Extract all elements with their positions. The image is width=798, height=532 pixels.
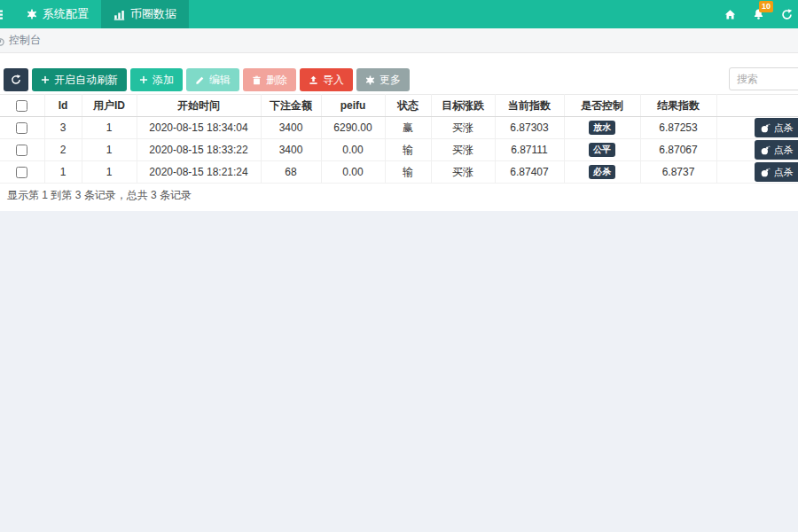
nav-item-coin-data[interactable]: 币圈数据	[101, 0, 189, 28]
delete-button[interactable]: 删除	[243, 68, 296, 91]
nav-item-system-config[interactable]: 系统配置	[14, 0, 101, 28]
bomb-icon	[761, 168, 771, 177]
import-label: 导入	[323, 73, 344, 88]
cell-user-id: 1	[82, 117, 137, 139]
gear-icon	[27, 9, 37, 20]
cell-peifu: 0.00	[321, 161, 385, 184]
content-panel: 开启自动刷新 添加 编辑 删除 导入	[0, 53, 798, 211]
col-status: 状态	[385, 95, 431, 117]
dashboard-fragment-icon	[0, 38, 4, 46]
breadcrumb: 控制台	[0, 28, 798, 53]
col-peifu: peifu	[321, 95, 385, 117]
control-badge: 公平	[589, 143, 615, 157]
navbar-right-icons: 10	[724, 0, 793, 28]
refresh-button[interactable]	[4, 68, 28, 91]
cell-result-index: 6.87067	[640, 139, 716, 161]
cell-start-time: 2020-08-15 18:34:04	[137, 117, 261, 139]
kill-label: 点杀	[774, 166, 794, 179]
cell-id: 1	[44, 161, 82, 184]
row-checkbox[interactable]	[16, 122, 27, 134]
cell-id: 2	[44, 139, 82, 161]
select-all-checkbox[interactable]	[16, 100, 27, 112]
col-user-id: 用户ID	[82, 95, 137, 117]
refresh-icon[interactable]	[781, 9, 793, 20]
row-checkbox[interactable]	[16, 167, 27, 178]
cell-current-index: 6.87303	[495, 117, 564, 139]
auto-refresh-button[interactable]: 开启自动刷新	[32, 68, 127, 91]
cell-target: 买涨	[431, 161, 495, 184]
col-current-index: 当前指数	[495, 95, 564, 117]
gear-icon	[365, 75, 375, 85]
kill-label: 点杀	[774, 144, 794, 157]
table-row[interactable]: 2 1 2020-08-15 18:33:22 3400 0.00 输 买涨 6…	[0, 139, 798, 161]
kill-button[interactable]: 点杀	[755, 162, 798, 182]
delete-label: 删除	[266, 73, 287, 88]
cell-user-id: 1	[82, 161, 137, 184]
cell-start-time: 2020-08-15 18:21:24	[137, 161, 261, 184]
top-navbar: 系统配置 币圈数据 10	[0, 0, 798, 28]
col-target: 目标涨跌	[431, 95, 495, 117]
bell-icon[interactable]: 10	[753, 8, 764, 20]
home-icon[interactable]	[724, 9, 736, 20]
pencil-icon	[195, 75, 205, 85]
add-label: 添加	[153, 73, 174, 88]
cell-user-id: 1	[82, 139, 137, 161]
table-row[interactable]: 3 1 2020-08-15 18:34:04 3400 6290.00 赢 买…	[0, 117, 798, 139]
row-checkbox[interactable]	[16, 145, 27, 156]
kill-label: 点杀	[774, 121, 794, 135]
kill-button[interactable]: 点杀	[755, 140, 798, 160]
cell-start-time: 2020-08-15 18:33:22	[137, 139, 261, 161]
cell-result-index: 6.87253	[640, 117, 716, 139]
cell-id: 3	[44, 117, 82, 139]
kill-button[interactable]: 点杀	[755, 118, 798, 137]
auto-refresh-label: 开启自动刷新	[54, 73, 118, 88]
records-summary: 显示第 1 到第 3 条记录，总共 3 条记录	[7, 188, 192, 203]
cell-result-index: 6.8737	[640, 161, 716, 184]
header-select-all	[0, 95, 44, 117]
import-button[interactable]: 导入	[300, 68, 353, 91]
more-label: 更多	[379, 73, 401, 88]
plus-icon	[41, 75, 50, 84]
control-badge: 放水	[589, 121, 615, 135]
cell-status: 输	[385, 161, 431, 184]
nav-item-label: 币圈数据	[130, 6, 176, 22]
cell-status: 赢	[385, 117, 431, 139]
control-badge: 必杀	[589, 165, 615, 179]
col-actions	[716, 95, 798, 117]
table-toolbar: 开启自动刷新 添加 编辑 删除 导入	[4, 68, 410, 91]
edit-label: 编辑	[209, 73, 231, 88]
notification-badge: 10	[759, 1, 773, 12]
more-button[interactable]: 更多	[356, 68, 410, 91]
edit-button[interactable]: 编辑	[186, 68, 239, 91]
cell-bet-amount: 3400	[261, 117, 321, 139]
table-header-row: Id 用户ID 开始时间 下注金额 peifu 状态 目标涨跌 当前指数 是否控…	[0, 95, 798, 117]
upload-icon	[309, 75, 318, 85]
cell-status: 输	[385, 139, 431, 161]
cell-peifu: 6290.00	[321, 117, 385, 139]
cell-current-index: 6.87111	[495, 139, 564, 161]
table-row[interactable]: 1 1 2020-08-15 18:21:24 68 0.00 输 买涨 6.8…	[0, 161, 798, 184]
add-button[interactable]: 添加	[130, 68, 183, 91]
col-result-index: 结果指数	[640, 95, 716, 117]
records-table-wrap: Id 用户ID 开始时间 下注金额 peifu 状态 目标涨跌 当前指数 是否控…	[0, 94, 798, 184]
cell-current-index: 6.87407	[495, 161, 564, 184]
refresh-icon	[11, 74, 21, 85]
nav-item-label: 系统配置	[43, 6, 89, 22]
menu-fragment-icon	[0, 8, 4, 20]
cell-peifu: 0.00	[321, 139, 385, 161]
col-control: 是否控制	[564, 95, 640, 117]
bomb-icon	[761, 145, 771, 155]
bomb-icon	[761, 123, 771, 133]
col-id: Id	[44, 95, 82, 117]
records-table: Id 用户ID 开始时间 下注金额 peifu 状态 目标涨跌 当前指数 是否控…	[0, 94, 798, 184]
plus-icon	[139, 75, 148, 84]
bar-chart-icon	[113, 9, 125, 20]
cell-target: 买涨	[431, 117, 495, 139]
col-bet-amount: 下注金额	[261, 95, 321, 117]
search-input[interactable]	[729, 67, 798, 90]
cell-bet-amount: 3400	[261, 139, 321, 161]
trash-icon	[252, 75, 262, 85]
cell-bet-amount: 68	[261, 161, 321, 184]
col-start-time: 开始时间	[137, 95, 261, 117]
page-title: 控制台	[9, 33, 41, 48]
